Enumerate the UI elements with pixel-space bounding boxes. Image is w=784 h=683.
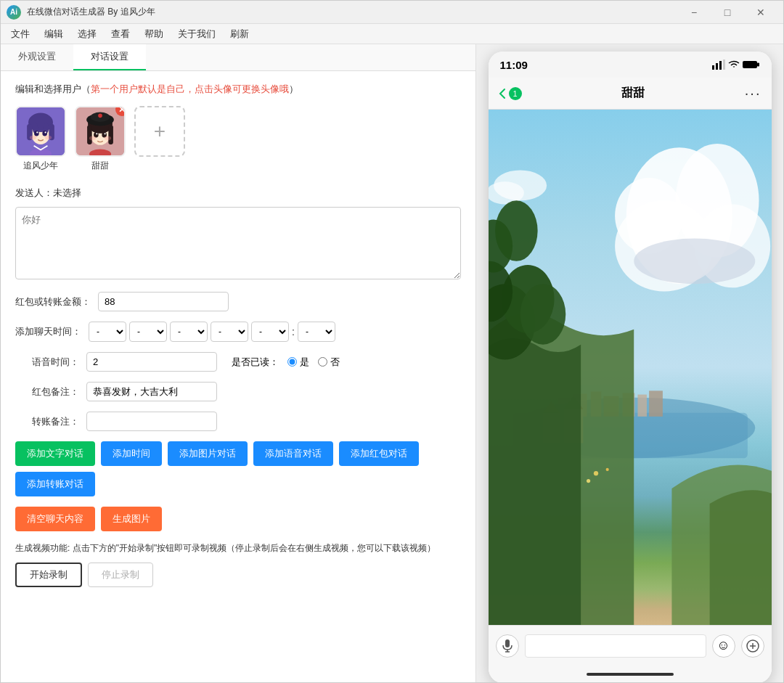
- month-select[interactable]: -123456789101112: [129, 322, 167, 342]
- time-label: 添加聊天时间：: [15, 325, 81, 338]
- amount-label: 红包或转账金额：: [15, 295, 91, 308]
- title-bar: Ai 在线微信对话生成器 By 追风少年 − □ ✕: [1, 1, 783, 24]
- time-row: 添加聊天时间： -20202021202220232024 -123456789…: [15, 322, 461, 342]
- voice-label: 语音时间：: [15, 356, 79, 369]
- sender-value: 未选择: [53, 187, 81, 198]
- stop-record-button[interactable]: 停止录制: [88, 563, 153, 587]
- svg-point-25: [104, 133, 105, 134]
- menu-about[interactable]: 关于我们: [171, 25, 223, 44]
- generate-image-button[interactable]: 生成图片: [101, 507, 162, 531]
- add-time-button[interactable]: 添加时间: [101, 441, 162, 466]
- message-input[interactable]: [15, 207, 461, 279]
- chat-background: [489, 110, 772, 625]
- transfer-label: 转账备注：: [15, 415, 79, 428]
- menu-help[interactable]: 帮助: [137, 25, 171, 44]
- year-select[interactable]: -20202021202220232024: [89, 322, 126, 342]
- add-text-dialog-button[interactable]: 添加文字对话: [15, 441, 95, 466]
- hongbao-row: 红包备注：: [15, 382, 461, 401]
- tab-dialog[interactable]: 对话设置: [73, 44, 146, 70]
- minimize-button[interactable]: −: [677, 1, 711, 24]
- chat-bg-svg: [489, 110, 772, 625]
- read-no-radio[interactable]: [318, 357, 327, 367]
- transfer-row: 转账备注：: [15, 412, 461, 431]
- clear-chat-button[interactable]: 清空聊天内容: [15, 507, 95, 531]
- second-select[interactable]: -001020304050: [298, 322, 335, 342]
- svg-point-12: [45, 136, 52, 140]
- phone-nav-bar: 1 甜甜 ···: [489, 78, 772, 110]
- chat-input-field[interactable]: [525, 634, 706, 658]
- nav-badge: 1: [509, 87, 522, 100]
- svg-point-24: [96, 133, 97, 134]
- svg-rect-17: [87, 126, 92, 144]
- video-info: 生成视频功能: 点击下方的"开始录制"按钮即可录制视频（停止录制后会在右侧生成视…: [15, 541, 461, 555]
- start-record-button[interactable]: 开始录制: [15, 563, 82, 587]
- menu-edit[interactable]: 编辑: [37, 25, 70, 44]
- tab-appearance[interactable]: 外观设置: [1, 44, 73, 70]
- user-name-1: 追风少年: [23, 160, 58, 172]
- svg-point-11: [30, 136, 36, 140]
- menu-view[interactable]: 查看: [104, 25, 137, 44]
- user-item-1[interactable]: 追风少年: [15, 106, 66, 172]
- voice-row: 语音时间： 是否已读： 是 否: [15, 352, 461, 372]
- read-yes-text: 是: [300, 356, 309, 369]
- user-name-2: 甜甜: [91, 160, 109, 172]
- read-yes-label[interactable]: 是: [287, 356, 309, 369]
- emoji-button[interactable]: ☺: [712, 634, 735, 658]
- attach-button[interactable]: [741, 634, 764, 658]
- read-no-text: 否: [330, 356, 340, 369]
- svg-rect-52: [649, 390, 663, 417]
- section-title: 编辑和选择用户（第一个用户默认是自己，点击头像可更换头像哦）: [15, 83, 461, 96]
- svg-point-60: [520, 284, 565, 345]
- minute-select[interactable]: -000510152025303540455055: [251, 322, 289, 342]
- hongbao-input[interactable]: [86, 382, 217, 401]
- voice-input[interactable]: [86, 352, 217, 372]
- avatar-user1[interactable]: [15, 106, 66, 157]
- voice-message-button[interactable]: [496, 634, 519, 658]
- add-user-button[interactable]: +: [134, 106, 185, 157]
- avatar-svg-user1: [17, 107, 65, 155]
- panel-body: 编辑和选择用户（第一个用户默认是自己，点击头像可更换头像哦）: [1, 71, 475, 682]
- add-hongbao-dialog-button[interactable]: 添加红包对话: [339, 441, 419, 466]
- amount-input[interactable]: [98, 292, 229, 311]
- emoji-icon: ☺: [716, 638, 730, 653]
- maximize-button[interactable]: □: [711, 1, 744, 24]
- home-bar: [587, 673, 674, 676]
- nav-more-icon[interactable]: ···: [745, 85, 761, 102]
- hour-select[interactable]: -01891011121314151617181920212223: [211, 322, 248, 342]
- user-item-2[interactable]: ✕: [75, 106, 126, 172]
- add-voice-dialog-button[interactable]: 添加语音对话: [253, 441, 333, 466]
- status-icons: [712, 60, 760, 70]
- read-yes-radio[interactable]: [287, 357, 297, 367]
- time-selects: -20202021202220232024 -123456789101112 -…: [89, 322, 335, 342]
- app-icon-text: Ai: [10, 8, 17, 16]
- menu-refresh[interactable]: 刷新: [223, 25, 256, 44]
- record-buttons: 开始录制 停止录制: [15, 563, 461, 587]
- hongbao-label: 红包备注：: [15, 385, 79, 398]
- sender-info: 发送人：未选择: [15, 187, 461, 200]
- svg-point-64: [605, 468, 608, 471]
- mic-icon: [502, 639, 513, 653]
- menu-file[interactable]: 文件: [4, 25, 37, 44]
- transfer-input[interactable]: [86, 412, 217, 431]
- read-no-label[interactable]: 否: [318, 356, 340, 369]
- menu-select[interactable]: 选择: [70, 25, 104, 44]
- add-image-dialog-button[interactable]: 添加图片对话: [168, 441, 248, 466]
- avatar-user2[interactable]: ✕: [75, 106, 126, 157]
- phone-status-bar: 11:09: [489, 52, 772, 78]
- user-list: 追风少年 ✕: [15, 106, 461, 172]
- menu-bar: 文件 编辑 选择 查看 帮助 关于我们 刷新: [1, 24, 783, 44]
- day-select[interactable]: -12345678910: [170, 322, 208, 342]
- back-chevron-icon: [499, 88, 506, 99]
- svg-rect-66: [505, 639, 510, 647]
- nav-back[interactable]: 1: [499, 87, 522, 100]
- svg-point-65: [586, 479, 589, 483]
- add-transfer-dialog-button[interactable]: 添加转账对话: [15, 472, 95, 496]
- svg-point-8: [42, 131, 47, 136]
- avatar-svg-user2: [76, 107, 124, 155]
- close-button[interactable]: ✕: [744, 1, 777, 24]
- tab-bar: 外观设置 对话设置: [1, 44, 475, 71]
- signal-icon: [712, 60, 725, 70]
- amount-row: 红包或转账金额：: [15, 292, 461, 311]
- main-content: 外观设置 对话设置 编辑和选择用户（第一个用户默认是自己，点击头像可更换头像哦）: [1, 44, 783, 682]
- chat-input-bar: ☺: [489, 625, 772, 666]
